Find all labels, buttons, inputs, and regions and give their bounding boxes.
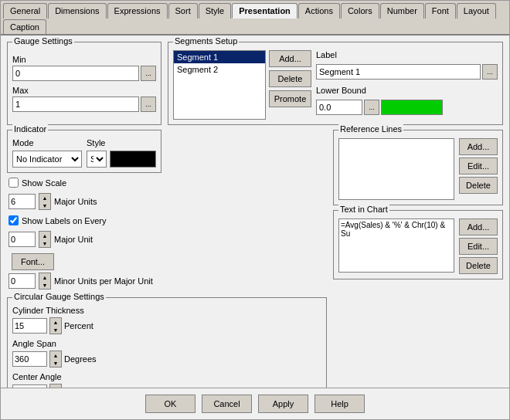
ref-edit-btn[interactable]: Edit...: [459, 158, 498, 174]
reference-lines-group: Reference Lines Add... Edit... Delete: [333, 130, 503, 205]
cylinder-thickness-unit: Percent: [64, 321, 94, 330]
cylinder-thickness-label: Cylinder Thickness: [12, 306, 94, 315]
major-unit-up[interactable]: ▲: [39, 232, 50, 239]
ref-add-btn[interactable]: Add...: [459, 138, 498, 155]
tab-dimensions[interactable]: Dimensions: [48, 3, 106, 19]
footer: OK Cancel Apply Help: [1, 388, 509, 419]
angle-span-input[interactable]: [12, 351, 47, 367]
min-label: Min: [12, 55, 156, 64]
lower-bound-label: Lower Bound: [316, 86, 498, 95]
mode-select[interactable]: No IndicatorNeedleMarker: [12, 151, 82, 168]
center-up[interactable]: ▲: [50, 384, 61, 388]
tab-bar: General Dimensions Expressions Sort Styl…: [1, 1, 509, 36]
style-select[interactable]: SpeedometerAnalog ClockLED Gauge: [87, 151, 107, 168]
circular-gauge-group: Circular Gauge Settings Cylinder Thickne…: [7, 297, 327, 388]
major-units-input[interactable]: [8, 194, 36, 209]
major-units-spinner[interactable]: ▲ ▼: [39, 193, 51, 210]
tab-number[interactable]: Number: [380, 3, 424, 19]
minor-units-label: Minor Units per Major Unit: [54, 276, 153, 286]
scale-section: Show Scale ▲ ▼ Major Units Show Labels o…: [7, 178, 327, 293]
show-scale-checkbox[interactable]: [8, 178, 19, 188]
label-input[interactable]: [316, 64, 481, 80]
min-input[interactable]: [12, 66, 139, 81]
max-input[interactable]: [12, 97, 139, 112]
center-angle-input[interactable]: [12, 384, 47, 388]
major-units-down[interactable]: ▼: [39, 202, 50, 209]
tab-presentation[interactable]: Presentation: [232, 3, 298, 19]
cyl-up[interactable]: ▲: [50, 318, 61, 326]
text-in-chart-group: Text in Chart =Avg(Sales) & '%' & Chr(10…: [333, 210, 503, 279]
segment-list[interactable]: Segment 1 Segment 2: [173, 50, 266, 120]
indicator-title: Indicator: [12, 124, 48, 134]
segments-setup-title: Segments Setup: [173, 36, 239, 46]
mode-label: Mode: [12, 138, 82, 147]
help-button[interactable]: Help: [314, 395, 365, 413]
text-edit-btn[interactable]: Edit...: [459, 238, 498, 255]
max-browse-btn[interactable]: ...: [141, 97, 156, 112]
indicator-group: Indicator Mode No IndicatorNeedleMarker …: [7, 130, 162, 173]
tab-colors[interactable]: Colors: [341, 3, 379, 19]
minor-units-up[interactable]: ▲: [39, 273, 50, 281]
angle-span-label: Angle Span: [12, 339, 97, 348]
text-add-btn[interactable]: Add...: [459, 218, 498, 235]
show-labels-checkbox[interactable]: [8, 215, 19, 225]
major-unit-down[interactable]: ▼: [39, 239, 50, 247]
gauge-settings-group: Gauge Settings Min ... Max ...: [7, 42, 162, 125]
tab-font[interactable]: Font: [425, 3, 456, 19]
lower-bound-browse-btn[interactable]: ...: [364, 100, 379, 115]
lower-bound-input[interactable]: [316, 100, 362, 115]
center-angle-label: Center Angle: [12, 372, 97, 381]
text-in-chart-title: Text in Chart: [338, 205, 389, 214]
tab-layout[interactable]: Layout: [457, 3, 496, 19]
label-title: Label: [316, 50, 498, 59]
indicator-color-preview[interactable]: [110, 151, 156, 168]
major-units-up[interactable]: ▲: [39, 194, 50, 202]
text-in-chart-list[interactable]: =Avg(Sales) & '%' & Chr(10) & Su: [338, 218, 454, 273]
font-btn[interactable]: Font...: [12, 253, 54, 270]
major-unit-label: Major Unit: [54, 235, 93, 244]
tab-caption[interactable]: Caption: [3, 19, 46, 34]
show-labels-label: Show Labels on Every: [22, 216, 106, 225]
angle-span-unit: Degrees: [64, 354, 97, 364]
cyl-down[interactable]: ▼: [50, 326, 61, 334]
segments-setup-group: Segments Setup Segment 1 Segment 2 Add..…: [168, 42, 503, 125]
lower-bound-color[interactable]: [381, 100, 443, 115]
tab-general[interactable]: General: [3, 3, 47, 19]
minor-units-down[interactable]: ▼: [39, 281, 50, 289]
max-label: Max: [12, 86, 156, 95]
tab-actions[interactable]: Actions: [298, 3, 340, 19]
minor-units-spinner[interactable]: ▲ ▼: [39, 273, 51, 290]
reference-lines-title: Reference Lines: [338, 124, 403, 134]
cylinder-thickness-input[interactable]: [12, 318, 47, 334]
segment-item-2[interactable]: Segment 2: [174, 63, 265, 76]
ref-delete-btn[interactable]: Delete: [459, 177, 498, 194]
angle-span-spinner[interactable]: ▲ ▼: [49, 351, 62, 368]
circular-gauge-title: Circular Gauge Settings: [12, 292, 106, 301]
tab-style[interactable]: Style: [199, 3, 231, 19]
major-unit-input[interactable]: [8, 232, 36, 247]
style-label: Style: [87, 138, 156, 147]
angle-down[interactable]: ▼: [50, 359, 61, 367]
apply-button[interactable]: Apply: [258, 395, 308, 413]
label-browse-btn[interactable]: ...: [482, 64, 498, 80]
gauge-settings-title: Gauge Settings: [12, 36, 74, 46]
show-scale-label: Show Scale: [22, 178, 66, 188]
angle-up[interactable]: ▲: [50, 351, 61, 359]
minor-units-input[interactable]: [8, 273, 36, 289]
segments-delete-btn[interactable]: Delete: [269, 70, 311, 87]
text-delete-btn[interactable]: Delete: [459, 257, 498, 274]
segments-add-btn[interactable]: Add...: [269, 50, 311, 67]
min-browse-btn[interactable]: ...: [141, 66, 156, 81]
major-units-label: Major Units: [54, 197, 97, 206]
ok-button[interactable]: OK: [145, 395, 196, 413]
major-unit-spinner[interactable]: ▲ ▼: [39, 231, 51, 248]
reference-lines-list[interactable]: [338, 138, 454, 200]
cylinder-thickness-spinner[interactable]: ▲ ▼: [49, 317, 62, 334]
tab-expressions[interactable]: Expressions: [107, 3, 168, 19]
cancel-button[interactable]: Cancel: [202, 395, 252, 413]
segments-promote-btn[interactable]: Promote: [269, 90, 311, 107]
tab-sort[interactable]: Sort: [168, 3, 198, 19]
segment-item-1[interactable]: Segment 1: [174, 51, 265, 63]
center-angle-spinner[interactable]: ▲ ▼: [49, 384, 62, 388]
